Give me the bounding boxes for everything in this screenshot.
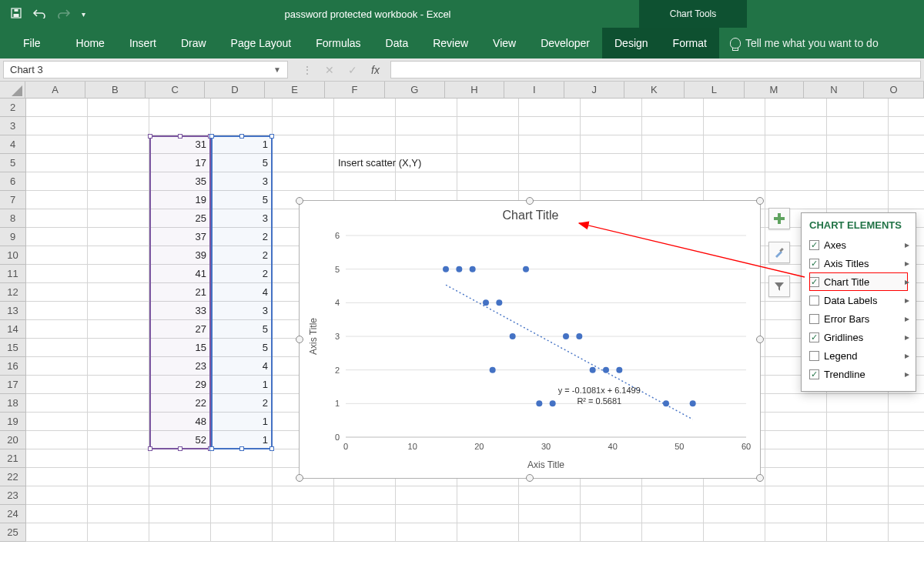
cell[interactable]: 27 <box>149 320 211 339</box>
cell[interactable] <box>765 413 827 431</box>
cell[interactable] <box>457 117 519 135</box>
cell[interactable] <box>149 486 211 505</box>
cell[interactable] <box>704 172 765 191</box>
formula-bar-input[interactable] <box>390 61 921 79</box>
fx-icon[interactable]: fx <box>371 64 380 76</box>
cell[interactable] <box>827 523 889 542</box>
row-header[interactable]: 9 <box>0 228 26 246</box>
cell[interactable] <box>149 117 211 135</box>
cell[interactable]: 19 <box>149 191 211 209</box>
qat-customize-icon[interactable]: ▾ <box>82 10 85 18</box>
name-box-dropdown-icon[interactable]: ▼ <box>273 65 281 74</box>
cell[interactable] <box>88 431 149 449</box>
cell[interactable] <box>88 246 149 265</box>
cell[interactable] <box>704 486 765 505</box>
cell[interactable] <box>889 394 924 413</box>
cell[interactable] <box>26 376 88 394</box>
row-header[interactable]: 2 <box>0 99 26 117</box>
tab-formulas[interactable]: Formulas <box>303 28 373 58</box>
chevron-right-icon[interactable]: ▸ <box>905 332 909 342</box>
row-header[interactable]: 3 <box>0 117 26 135</box>
cell[interactable] <box>334 523 396 542</box>
cell[interactable] <box>581 505 642 523</box>
cell[interactable] <box>642 505 704 523</box>
row-header[interactable]: 19 <box>0 413 26 431</box>
cell[interactable]: 39 <box>149 246 211 265</box>
cell[interactable] <box>26 154 88 172</box>
cell[interactable] <box>211 449 273 468</box>
cell[interactable] <box>457 486 519 505</box>
cell[interactable]: 48 <box>149 413 211 431</box>
chevron-right-icon[interactable]: ▸ <box>905 350 909 361</box>
cell[interactable]: 29 <box>149 376 211 394</box>
cell[interactable] <box>889 154 924 172</box>
cell[interactable]: Insert scatter (X,Y) <box>334 154 396 172</box>
cell[interactable] <box>765 154 827 172</box>
cell[interactable] <box>889 413 924 431</box>
cell[interactable]: 3 <box>211 302 273 320</box>
cell[interactable] <box>457 154 519 172</box>
cell[interactable] <box>88 523 149 542</box>
row-header[interactable]: 10 <box>0 246 26 265</box>
cell[interactable] <box>334 486 396 505</box>
cell[interactable] <box>88 172 149 191</box>
cell[interactable]: 5 <box>211 339 273 357</box>
cell[interactable] <box>26 191 88 209</box>
fx-enter-icon[interactable]: ✓ <box>348 64 357 76</box>
cell[interactable]: 25 <box>149 209 211 228</box>
cell[interactable] <box>457 135 519 154</box>
cell[interactable] <box>889 468 924 486</box>
undo-icon[interactable] <box>32 8 46 21</box>
cell[interactable] <box>396 523 457 542</box>
cell[interactable] <box>889 135 924 154</box>
cell[interactable] <box>765 468 827 486</box>
cell[interactable] <box>88 468 149 486</box>
cell[interactable]: 17 <box>149 154 211 172</box>
cell[interactable] <box>519 486 581 505</box>
tab-data[interactable]: Data <box>373 28 421 58</box>
cell[interactable] <box>26 523 88 542</box>
cell[interactable] <box>765 523 827 542</box>
tab-home[interactable]: Home <box>64 28 117 58</box>
cell[interactable] <box>88 228 149 246</box>
cell[interactable]: 2 <box>211 246 273 265</box>
cell[interactable] <box>889 99 924 117</box>
cell[interactable] <box>457 505 519 523</box>
row-header[interactable]: 6 <box>0 172 26 191</box>
cell[interactable] <box>704 117 765 135</box>
cell[interactable] <box>26 486 88 505</box>
cell[interactable] <box>26 468 88 486</box>
cell[interactable] <box>26 117 88 135</box>
cell[interactable] <box>765 99 827 117</box>
cell[interactable] <box>827 413 889 431</box>
chart-element-option[interactable]: ✓Chart Title▸ <box>809 272 908 291</box>
cell[interactable]: 5 <box>211 320 273 339</box>
chart-element-option[interactable]: ✓Gridlines▸ <box>809 328 908 346</box>
chart-element-option[interactable]: Data Labels▸ <box>809 291 908 309</box>
cell[interactable] <box>827 191 889 209</box>
cell[interactable]: 37 <box>149 228 211 246</box>
chevron-right-icon[interactable]: ▸ <box>905 313 909 324</box>
cell[interactable] <box>26 431 88 449</box>
cell[interactable] <box>88 394 149 413</box>
col-header[interactable]: A <box>25 82 85 98</box>
cell[interactable] <box>88 209 149 228</box>
cell[interactable] <box>211 523 273 542</box>
cell[interactable] <box>88 449 149 468</box>
cell[interactable] <box>765 431 827 449</box>
chart-element-option[interactable]: Legend▸ <box>809 346 908 365</box>
cell[interactable] <box>211 117 273 135</box>
row-header[interactable]: 12 <box>0 283 26 302</box>
cell[interactable] <box>149 449 211 468</box>
cell[interactable]: 2 <box>211 265 273 283</box>
cell[interactable] <box>704 505 765 523</box>
cell[interactable] <box>827 394 889 413</box>
cell[interactable] <box>704 154 765 172</box>
chart-object[interactable]: Chart Title01234560102030405060Axis Titl… <box>299 200 761 479</box>
row-header[interactable]: 15 <box>0 339 26 357</box>
cell[interactable] <box>765 394 827 413</box>
cell[interactable] <box>581 486 642 505</box>
cell[interactable] <box>396 135 457 154</box>
cell[interactable] <box>88 413 149 431</box>
cell[interactable] <box>88 135 149 154</box>
